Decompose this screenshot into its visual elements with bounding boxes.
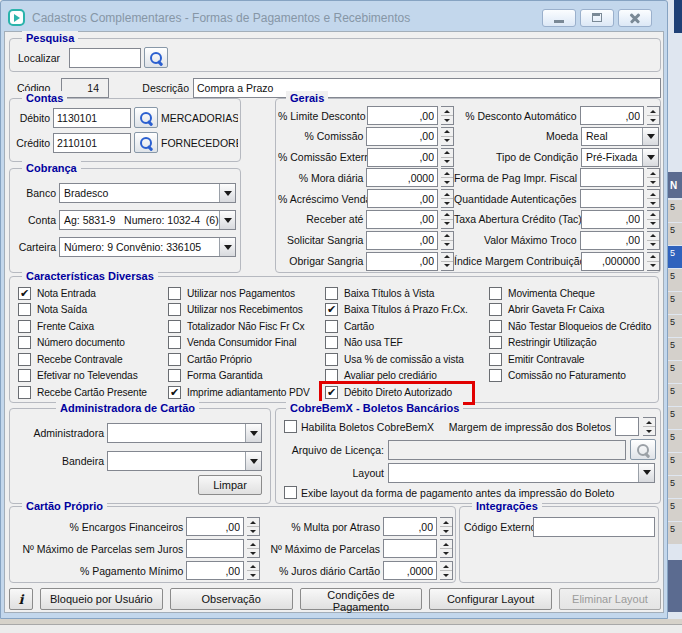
spinner[interactable] <box>647 106 660 125</box>
background-table-row[interactable]: 5 <box>668 269 682 291</box>
limpar-button[interactable]: Limpar <box>198 475 262 495</box>
footer-button[interactable]: Configurar Layout <box>429 588 552 610</box>
spinner[interactable] <box>440 517 453 536</box>
localizar-input[interactable] <box>69 48 141 68</box>
spin-up-button[interactable] <box>441 169 453 178</box>
background-table-row[interactable]: 5 <box>668 430 682 452</box>
checkbox-item[interactable]: Abrir Gaveta Fr Caixa <box>489 302 651 319</box>
spin-up-button[interactable] <box>247 540 259 549</box>
spin-down-button[interactable] <box>647 241 659 249</box>
close-button[interactable] <box>618 9 652 27</box>
spin-up-button[interactable] <box>247 518 259 527</box>
checkbox-box[interactable] <box>18 353 31 366</box>
field-input[interactable] <box>383 539 437 558</box>
background-table-row[interactable]: 5 <box>668 223 682 245</box>
bandeira-dropdown[interactable] <box>107 451 262 471</box>
banco-dropdown[interactable]: Bradesco <box>59 183 236 203</box>
spin-up-button[interactable] <box>441 128 453 137</box>
administradora-dropdown[interactable] <box>107 423 262 443</box>
checkbox-item[interactable]: Utilizar nos Recebimentos <box>168 302 310 319</box>
spin-up-button[interactable] <box>440 518 452 527</box>
spinner[interactable] <box>440 561 453 580</box>
debito-input[interactable] <box>53 108 131 128</box>
checkbox-box[interactable] <box>489 369 502 382</box>
field-input[interactable] <box>367 106 438 125</box>
checkbox-item[interactable]: Forma Garantida <box>168 368 310 385</box>
spin-down-button[interactable] <box>647 178 659 186</box>
spinner[interactable] <box>441 106 454 125</box>
minimize-button[interactable] <box>542 9 576 27</box>
background-table-row[interactable]: 5 <box>668 246 682 268</box>
chevron-down-icon[interactable] <box>245 452 261 470</box>
titlebar[interactable]: Cadastros Complementares - Formas de Pag… <box>4 4 664 31</box>
background-table-row[interactable]: 5 <box>668 407 682 429</box>
checkbox-item[interactable]: Restringir Utilização <box>489 335 651 352</box>
checkbox-box[interactable] <box>325 336 338 349</box>
localizar-search-button[interactable] <box>144 47 168 68</box>
field-input[interactable] <box>366 168 438 187</box>
checkbox-item[interactable]: Efetivar no Televendas <box>18 368 147 385</box>
checkbox-box[interactable] <box>168 303 181 316</box>
spinner[interactable] <box>647 189 660 208</box>
field-input[interactable] <box>580 168 644 187</box>
checkbox-item[interactable]: Baixa Títulos à Vista <box>325 285 468 302</box>
background-table-row[interactable]: 5 <box>668 361 682 383</box>
checkbox-item[interactable]: ✔ Débito Direto Autorizado <box>325 384 468 401</box>
spin-up-button[interactable] <box>647 211 659 220</box>
field-input[interactable] <box>580 189 644 208</box>
checkbox-item[interactable]: Não Testar Bloqueios de Crédito <box>489 318 651 335</box>
spin-down-button[interactable] <box>441 137 453 145</box>
checkbox-item[interactable]: ✔ Imprime adiantamento PDV <box>168 384 310 401</box>
checkbox-item[interactable]: Usa % de comissão a vista <box>325 351 468 368</box>
checkbox-item[interactable]: Recebe Contravale <box>18 351 147 368</box>
checkbox-box[interactable] <box>325 320 338 333</box>
checkbox-item[interactable]: Nota Saída <box>18 302 147 319</box>
spinner[interactable] <box>643 417 656 436</box>
checkbox-box[interactable] <box>18 303 31 316</box>
spin-up-button[interactable] <box>440 540 452 549</box>
spinner[interactable] <box>441 168 454 187</box>
checkbox-box[interactable] <box>18 336 31 349</box>
spin-up-button[interactable] <box>441 107 453 116</box>
spinner[interactable] <box>247 539 260 558</box>
background-table-row[interactable]: 5 <box>668 476 682 498</box>
spin-down-button[interactable] <box>441 220 453 228</box>
spin-up-button[interactable] <box>247 562 259 571</box>
chevron-down-icon[interactable] <box>638 464 654 482</box>
background-table-row[interactable]: 5 <box>668 499 682 521</box>
checkbox-item[interactable]: Número documento <box>18 335 147 352</box>
spin-up-button[interactable] <box>441 149 453 158</box>
checkbox-box[interactable] <box>489 336 502 349</box>
footer-button[interactable]: Observação <box>170 588 293 610</box>
spin-up-button[interactable] <box>647 169 659 178</box>
spin-up-button[interactable] <box>647 253 659 262</box>
field-input[interactable] <box>367 189 438 208</box>
spinner[interactable] <box>647 210 660 229</box>
background-table-row[interactable]: 5 <box>668 338 682 360</box>
checkbox-box[interactable]: ✔ <box>168 386 181 399</box>
field-input[interactable] <box>581 252 644 271</box>
credito-search-button[interactable] <box>134 132 158 153</box>
checkbox-item[interactable]: Venda Consumidor Final <box>168 335 310 352</box>
spin-up-button[interactable] <box>643 418 655 427</box>
field-input[interactable] <box>366 252 438 271</box>
checkbox-box[interactable] <box>325 353 338 366</box>
arquivo-licenca-search-button[interactable] <box>630 439 656 460</box>
spinner[interactable] <box>247 517 260 536</box>
spin-up-button[interactable] <box>441 253 453 262</box>
descricao-input[interactable] <box>193 78 661 98</box>
debito-search-button[interactable] <box>134 107 158 128</box>
spin-down-button[interactable] <box>441 158 453 166</box>
field-input[interactable] <box>186 539 244 558</box>
spinner[interactable] <box>647 231 660 250</box>
spin-up-button[interactable] <box>441 211 453 220</box>
checkbox-box[interactable] <box>325 287 338 300</box>
spinner[interactable] <box>441 210 454 229</box>
checkbox-box[interactable] <box>18 320 31 333</box>
chevron-down-icon[interactable] <box>219 184 235 202</box>
chevron-down-icon[interactable] <box>642 128 658 145</box>
spinner[interactable] <box>441 148 454 167</box>
spin-down-button[interactable] <box>247 571 259 579</box>
checkbox-item[interactable]: Movimenta Cheque <box>489 285 651 302</box>
checkbox-item[interactable]: Totalizador Não Fisc Fr Cx <box>168 318 310 335</box>
